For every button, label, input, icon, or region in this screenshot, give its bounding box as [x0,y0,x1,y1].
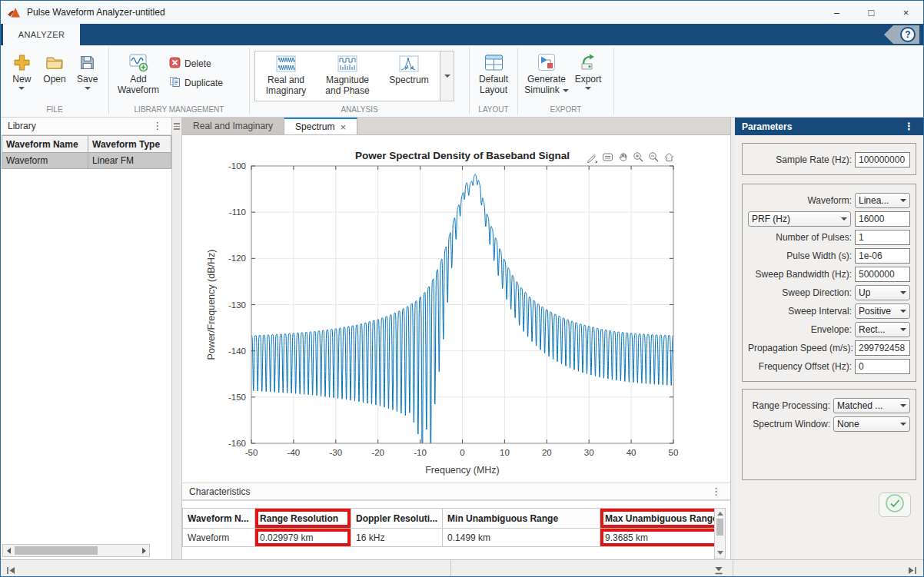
column-header[interactable]: Waveform N... [183,509,255,529]
minimize-button[interactable]: – [819,1,854,24]
spectrum-button[interactable]: Spectrum [378,51,440,101]
new-button[interactable]: New [5,49,38,90]
apply-button[interactable] [879,492,911,517]
pan-hand-icon[interactable] [617,151,629,163]
delete-button[interactable]: Delete [169,57,223,71]
scroll-down-arrow-icon[interactable] [717,551,723,555]
x-tick-label: 50 [669,448,679,457]
ribbon-section-layout-label: LAYOUT [470,104,517,117]
tab-real-and-imaginary[interactable]: Real and Imaginary [182,118,284,134]
parameters-menu-button[interactable]: ⋮ [902,123,916,131]
column-header[interactable]: Doppler Resoluti... [351,509,443,529]
column-header[interactable]: Min Unambiguous Range [443,509,600,529]
dropdown[interactable]: None [833,416,910,432]
dropdown[interactable]: Matched ... [833,398,910,413]
x-axis-label: Frequency (MHz) [425,465,500,476]
param-row: Pulse Width (s):1e-06 [748,247,910,265]
column-header[interactable]: Range Resolution [255,509,351,529]
param-label: Propagation Speed (m/s): [748,343,855,353]
table-cell[interactable]: 9.3685 km [600,529,723,547]
library-menu-button[interactable]: ⋮ [150,122,165,130]
input-field[interactable]: 5000000 [855,267,910,282]
table-cell[interactable]: 0.029979 km [255,529,351,547]
maximize-button[interactable]: □ [854,1,889,24]
input-field[interactable]: 299792458 [855,340,910,356]
scroll-right-arrow-icon[interactable] [138,545,149,556]
input-field[interactable]: 1e-06 [855,248,910,264]
add-waveform-button[interactable]: Add Waveform [114,49,163,95]
y-tick-label: -120 [228,254,246,263]
dropdown[interactable]: Rect... [855,322,910,337]
x-tick-label: 10 [500,448,510,457]
default-layout-button[interactable]: Default Layout [474,49,513,95]
close-button[interactable]: × [889,1,923,24]
table-cell[interactable]: 0.1499 km [443,529,600,547]
real-imaginary-button[interactable]: Real and Imaginary [255,51,317,101]
param-label: Sample Rate (Hz): [748,154,855,165]
zoom-out-icon[interactable] [648,151,660,163]
gallery-dropdown-button[interactable] [440,51,454,101]
collapse-left-icon[interactable] [6,564,15,577]
y-axis-label: Power/Frequency (dB/Hz) [206,250,217,360]
table-row[interactable]: WaveformLinear FM [2,153,171,169]
param-row: Sweep Direction:Up [748,284,910,302]
dropdown[interactable]: PRF (Hz) [748,211,851,227]
input-field[interactable]: 1 [855,230,910,245]
y-tick-label: -150 [228,393,246,402]
column-header[interactable]: Max Unambiguous Range [600,509,723,529]
scroll-left-arrow-icon[interactable] [3,545,14,556]
duplicate-button[interactable]: Duplicate [169,76,223,90]
param-label: Sweep Direction: [748,287,855,298]
x-tick-label: -40 [288,448,301,457]
table-cell[interactable]: Linear FM [88,153,171,169]
pulse-parameters-group: Waveform:Linea...PRF (Hz)16000Number of … [742,184,916,382]
document-tab-bar: Real and Imaginary Spectrum × [182,118,730,135]
spectrum-chart-area: -50-40-30-20-1001020304050-160-150-140-1… [182,135,730,482]
save-button[interactable]: Save [71,49,104,90]
table-cell[interactable]: 16 kHz [351,529,443,547]
left-splitter[interactable] [172,118,181,559]
dropdown[interactable]: Up [855,285,910,300]
help-button[interactable]: ? [884,25,919,44]
restore-home-icon[interactable] [663,151,675,163]
app-window: Pulse Waveform Analyzer-untitled – □ × A… [0,0,924,577]
magnitude-phase-label2: and Phase [325,85,369,96]
dropdown[interactable]: Linea... [855,193,910,208]
y-tick-label: -110 [229,207,246,217]
characteristics-menu-button[interactable]: ⋮ [709,488,723,496]
param-label: Range Processing: [748,400,833,411]
export-button[interactable]: Export [570,49,606,90]
brush-export-icon[interactable] [587,151,598,163]
scroll-up-arrow-icon[interactable] [717,512,723,516]
close-tab-icon[interactable]: × [340,121,346,133]
scrollbar-thumb[interactable] [15,546,98,555]
splitter-grip-icon[interactable] [174,121,180,131]
note-icon[interactable] [602,151,613,163]
tab-spectrum[interactable]: Spectrum × [284,118,357,134]
library-horizontal-scrollbar[interactable] [2,544,150,557]
tab-analyzer[interactable]: ANALYZER [3,24,80,45]
export-icon [579,51,597,74]
table-row[interactable]: Waveform0.029979 km16 kHz0.1499 km9.3685… [183,529,723,547]
generate-simulink-button[interactable]: Generate Simulink [523,49,570,95]
magnitude-phase-button[interactable]: Magnitude and Phase [317,51,378,101]
characteristics-panel-title: Characteristics [189,486,250,497]
dropdown[interactable]: Positive [855,303,910,319]
input-field[interactable]: 0 [855,359,910,374]
sample-rate-input[interactable]: 100000000 [855,152,910,167]
table-cell[interactable]: Waveform [2,153,88,169]
zoom-in-icon[interactable] [633,151,644,163]
library-panel: Library ⋮ Waveform NameWaveform Type Wav… [1,118,172,559]
column-header[interactable]: Waveform Type [88,136,171,153]
open-button[interactable]: Open [38,49,71,85]
collapse-down-icon[interactable] [714,564,723,577]
table-cell[interactable]: Waveform [183,529,255,547]
scrollbar-thumb[interactable] [716,519,723,536]
input-field[interactable]: 16000 [855,211,910,227]
collapse-right-icon[interactable] [908,564,917,577]
column-header[interactable]: Waveform Name [2,136,88,153]
characteristics-vertical-scrollbar[interactable] [714,508,726,559]
dropdown-value: Positive [859,306,891,317]
save-icon [79,51,95,74]
param-label: Pulse Width (s): [748,250,855,261]
